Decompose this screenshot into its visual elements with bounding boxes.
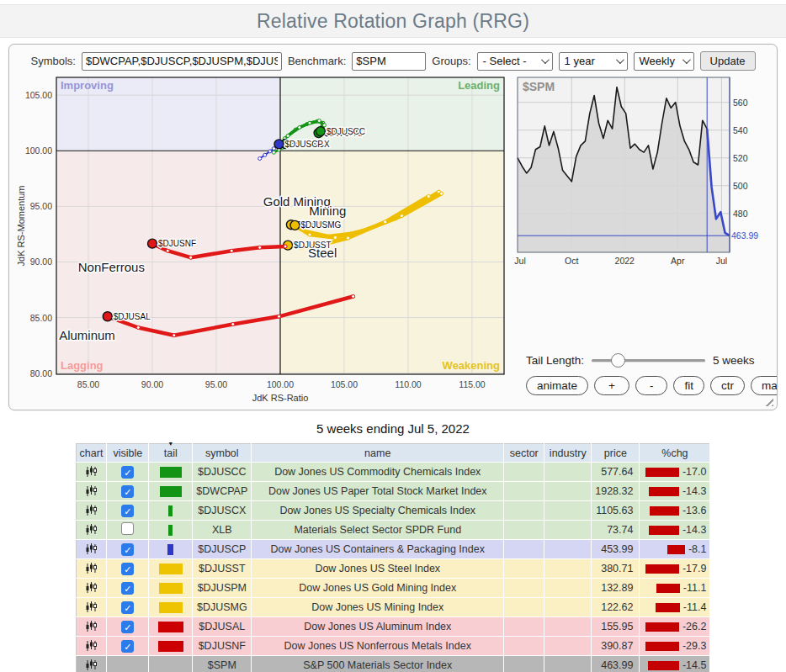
column-header-chart[interactable]: chart — [76, 444, 107, 463]
name-cell: Dow Jones US Containers & Packaging Inde… — [252, 540, 504, 559]
industry-cell — [544, 598, 592, 617]
quadrant-label-improving: Improving — [61, 79, 114, 92]
candlestick-chart-icon — [86, 621, 97, 632]
symbols-table: chartvisibletail▾symbolnamesectorindustr… — [76, 443, 711, 672]
sector-cell — [504, 521, 544, 540]
zoom-out-button[interactable]: - — [635, 376, 668, 395]
frequency-select[interactable]: Weekly — [634, 52, 694, 71]
pct-change-value: -17.9 — [682, 563, 707, 574]
industry-cell — [544, 579, 592, 598]
visible-checkbox[interactable]: ✓ — [121, 621, 134, 633]
svg-text:115.00: 115.00 — [459, 379, 485, 389]
period-select-value: 1 year — [565, 55, 595, 67]
industry-cell — [544, 501, 592, 521]
animate-button[interactable]: animate — [526, 376, 588, 395]
table-row-$DJUSCX: ✓$DJUSCXDow Jones US Specialty Chemicals… — [76, 501, 710, 521]
tail-color-swatch — [159, 583, 183, 594]
column-header-name[interactable]: name — [252, 444, 504, 463]
benchmark-chart[interactable]: $SPM480500520540560463.99JulOct2022AprJu… — [514, 74, 767, 266]
open-chart-cell[interactable] — [76, 540, 107, 559]
price-cell: 390.87 — [592, 637, 640, 656]
symbol-cell: $DWCPAP — [193, 482, 252, 501]
price-cell: 155.95 — [592, 617, 640, 637]
industry-cell — [544, 637, 592, 656]
open-chart-cell[interactable] — [76, 559, 107, 579]
open-chart-cell[interactable] — [76, 637, 107, 656]
slider-track[interactable] — [592, 359, 705, 362]
update-button[interactable]: Update — [700, 51, 756, 71]
column-header-tail[interactable]: tail▾ — [149, 444, 193, 463]
svg-text:Jul: Jul — [716, 256, 727, 266]
slider-handle[interactable] — [611, 353, 625, 368]
rrg-head-$DJUSCP[interactable] — [274, 140, 284, 149]
center-button[interactable]: ctr — [710, 376, 745, 395]
visible-checkbox[interactable]: ✓ — [121, 485, 134, 498]
visible-checkbox[interactable]: ✓ — [121, 601, 134, 614]
rrg-head-$DJUSNF[interactable] — [148, 239, 157, 248]
fit-button[interactable]: fit — [673, 376, 704, 395]
rrg-symbol-label: $DJUSCC — [327, 127, 365, 136]
rrg-panel: Symbols: Benchmark: Groups: - Select - 1… — [8, 44, 778, 410]
sector-cell — [504, 617, 544, 637]
symbol-cell: $DJUSCX — [193, 501, 252, 521]
name-cell: S&P 500 Materials Sector Index — [252, 656, 504, 672]
pct-change-bar — [656, 603, 680, 612]
visible-checkbox[interactable]: ✓ — [121, 640, 134, 653]
pct-change-bar — [649, 487, 679, 496]
rrg-symbol-label: $DJUSNF — [158, 239, 196, 248]
name-cell: Dow Jones US Gold Mining Index — [252, 579, 504, 598]
chevron-down-icon — [616, 56, 624, 64]
rrg-head-$DJUSMG[interactable] — [290, 220, 300, 230]
column-header-visible[interactable]: visible — [107, 444, 149, 463]
svg-text:2022: 2022 — [615, 256, 635, 266]
svg-text:80.00: 80.00 — [30, 368, 52, 378]
visible-checkbox[interactable]: ✓ — [121, 543, 134, 556]
groups-select[interactable]: - Select - — [477, 52, 553, 71]
rrg-chart[interactable]: 85.0090.0095.00100.00105.00110.00115.008… — [14, 74, 507, 407]
visible-checkbox[interactable] — [121, 522, 134, 535]
price-cell: 132.89 — [592, 579, 640, 598]
page-title: Relative Rotation Graph (RRG) — [257, 10, 529, 33]
column-header-symbol[interactable]: symbol — [193, 444, 252, 463]
pct-change-bar — [645, 564, 679, 574]
frequency-select-value: Weekly — [640, 55, 675, 67]
chart-buttons: animate+-fitctrmax — [526, 376, 770, 395]
open-chart-cell[interactable] — [76, 617, 107, 637]
sector-cell — [504, 540, 544, 559]
visible-checkbox[interactable]: ✓ — [121, 563, 134, 575]
svg-text:95.00: 95.00 — [30, 201, 52, 211]
zoom-in-button[interactable]: + — [594, 376, 629, 395]
svg-text:480: 480 — [733, 209, 748, 219]
open-chart-cell[interactable] — [76, 521, 107, 540]
open-chart-cell[interactable] — [76, 482, 107, 501]
rrg-head-$DJUSCC[interactable] — [316, 127, 325, 136]
benchmark-input[interactable] — [352, 52, 426, 71]
column-header-industry[interactable]: industry — [544, 444, 592, 463]
svg-text:85.00: 85.00 — [77, 379, 99, 389]
pct-change-bar — [648, 661, 679, 670]
tail-color-swatch — [158, 641, 183, 652]
period-select[interactable]: 1 year — [559, 52, 628, 71]
column-header-price[interactable]: price — [592, 444, 640, 463]
rrg-head-$DJUSAL[interactable] — [103, 312, 112, 321]
tail-length-slider[interactable] — [592, 353, 705, 368]
open-chart-cell[interactable] — [76, 463, 107, 482]
table-row-$SPM: $SPMS&P 500 Materials Sector Index463.99… — [76, 656, 710, 672]
open-chart-cell[interactable] — [76, 656, 107, 672]
open-chart-cell[interactable] — [76, 501, 107, 521]
symbol-cell: $DJUSCP — [193, 540, 252, 559]
name-cell: Dow Jones US Specialty Chemicals Index — [252, 501, 504, 521]
symbol-cell: XLB — [193, 521, 252, 540]
visible-checkbox[interactable]: ✓ — [121, 505, 134, 517]
candlestick-chart-icon — [86, 640, 97, 652]
max-button[interactable]: max — [751, 376, 778, 395]
open-chart-cell[interactable] — [76, 579, 107, 598]
symbols-input[interactable] — [82, 52, 282, 71]
visible-checkbox[interactable]: ✓ — [121, 466, 134, 479]
table-row-XLB: XLBMaterials Select Sector SPDR Fund73.7… — [76, 521, 710, 540]
open-chart-cell[interactable] — [76, 598, 107, 617]
column-header-sector[interactable]: sector — [504, 444, 544, 463]
svg-text:520: 520 — [733, 153, 748, 163]
column-header-chg[interactable]: %chg — [640, 444, 710, 463]
visible-checkbox[interactable]: ✓ — [121, 582, 134, 595]
